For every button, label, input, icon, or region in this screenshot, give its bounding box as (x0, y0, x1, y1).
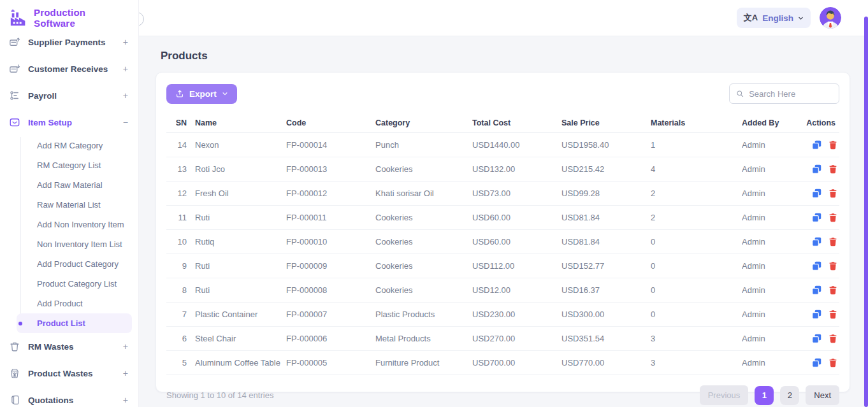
language-selector[interactable]: 文A English (737, 8, 811, 28)
page-number-button[interactable]: 1 (755, 386, 774, 405)
sidebar-subitem[interactable]: Non Inventory Item List (17, 234, 132, 254)
sidebar-subitem-label: Add Raw Material (37, 180, 103, 190)
cell-actions (806, 157, 839, 181)
sidebar-subitem[interactable]: Product List (17, 313, 132, 333)
copy-icon[interactable] (811, 261, 822, 271)
cell-added-by: Admin (742, 279, 806, 301)
copy-icon[interactable] (811, 164, 822, 175)
delete-icon[interactable] (828, 285, 838, 296)
cell-sale-price: USD300.00 (561, 303, 651, 325)
cell-name: Nexon (187, 134, 286, 156)
export-button[interactable]: Export (166, 84, 237, 104)
page-number-button[interactable]: 2 (780, 386, 799, 405)
sidebar-subitem[interactable]: Add RM Category (17, 136, 132, 155)
cell-total-cost: USD12.00 (472, 279, 561, 301)
cell-total-cost: USD1440.00 (472, 134, 561, 156)
cell-materials: 1 (651, 134, 742, 156)
column-header-category: Category (375, 113, 472, 132)
cell-sale-price: USD16.37 (561, 279, 651, 301)
item-setup-icon (9, 117, 20, 128)
sidebar-subitem-label: Add Non Inventory Item (37, 220, 124, 229)
copy-icon[interactable] (811, 212, 822, 223)
sidebar-subitem[interactable]: Add Product Category (17, 254, 132, 274)
sidebar-item-product-wastes[interactable]: Product Wastes + (0, 360, 138, 387)
delete-icon[interactable] (828, 333, 838, 344)
cell-sn: 10 (166, 231, 187, 253)
table-row: 13 Roti Jco FP-000013 Cookeries USD132.0… (166, 157, 839, 182)
cell-actions (806, 303, 839, 326)
search-input[interactable] (749, 89, 832, 99)
vertical-scrollbar[interactable] (864, 17, 868, 407)
table-row: 14 Nexon FP-000014 Punch USD1440.00 USD1… (166, 133, 839, 157)
column-header-added-by: Added By (742, 113, 806, 132)
table-body: 14 Nexon FP-000014 Punch USD1440.00 USD1… (166, 133, 839, 375)
next-page-button[interactable]: Next (806, 385, 839, 405)
expand-plus-icon: + (123, 37, 128, 47)
copy-icon[interactable] (811, 357, 822, 368)
cell-code: FP-000006 (286, 327, 375, 350)
cell-added-by: Admin (742, 255, 806, 277)
table-toolbar: Export (166, 82, 839, 106)
rm-wastes-icon (9, 341, 20, 352)
cell-sn: 9 (166, 255, 187, 277)
copy-icon[interactable] (811, 188, 822, 199)
sidebar-item-item-setup[interactable]: Item Setup − (0, 109, 138, 136)
copy-icon[interactable] (811, 309, 822, 320)
sidebar-subitem[interactable]: RM Category List (17, 155, 132, 175)
sidebar-subitem-label: Add Product Category (37, 259, 119, 269)
delete-icon[interactable] (828, 357, 838, 368)
delete-icon[interactable] (828, 139, 838, 150)
cell-total-cost: USD112.00 (472, 255, 561, 277)
cell-total-cost: USD60.00 (472, 206, 561, 229)
cell-category: Plastic Products (375, 303, 472, 325)
copy-icon[interactable] (811, 285, 822, 296)
cell-code: FP-000005 (286, 352, 375, 374)
table-row: 11 Ruti FP-000011 Cookeries USD60.00 USD… (166, 206, 839, 230)
sidebar-nav: Supplier Payments + Customer Receives + … (0, 29, 138, 407)
delete-icon[interactable] (828, 236, 838, 247)
cell-code: FP-000010 (286, 231, 375, 253)
cell-category: Cookeries (375, 279, 472, 301)
cell-sn: 7 (166, 303, 187, 325)
sidebar-item-payroll[interactable]: Payroll + (0, 82, 138, 109)
table-row: 5 Aluminum Coffee Table FP-000005 Furnit… (166, 351, 839, 375)
delete-icon[interactable] (828, 188, 838, 199)
delete-icon[interactable] (828, 212, 838, 223)
column-header-total-cost: Total Cost (472, 113, 561, 132)
page-title: Products (161, 50, 868, 62)
sidebar-subitem[interactable]: Raw Material List (17, 195, 132, 215)
sidebar-subitem-label: RM Category List (37, 161, 101, 170)
showing-entries-text: Showing 1 to 10 of 14 entries (166, 390, 273, 400)
copy-icon[interactable] (811, 139, 822, 150)
column-header-materials: Materials (651, 113, 742, 132)
sidebar-item-customer-receives[interactable]: Customer Receives + (0, 55, 138, 82)
sidebar-subitem[interactable]: Add Raw Material (17, 175, 132, 195)
user-avatar[interactable] (820, 7, 841, 29)
cell-added-by: Admin (742, 231, 806, 253)
table-row: 8 Ruti FP-000008 Cookeries USD12.00 USD1… (166, 278, 839, 303)
cell-name: Roti Jco (187, 158, 286, 180)
cell-sn: 6 (166, 327, 187, 350)
delete-icon[interactable] (828, 309, 838, 320)
cell-total-cost: USD132.00 (472, 158, 561, 180)
sidebar-subitem[interactable]: Product Category List (17, 274, 132, 294)
cell-actions (806, 182, 839, 205)
delete-icon[interactable] (828, 261, 838, 271)
sidebar-item-supplier-payments[interactable]: Supplier Payments + (0, 29, 138, 55)
sidebar-item-quotations[interactable]: Quotations + (0, 387, 138, 407)
cell-materials: 0 (651, 303, 742, 325)
supplier-payments-icon (9, 36, 20, 48)
cell-materials: 0 (651, 279, 742, 301)
cell-total-cost: USD270.00 (472, 327, 561, 350)
column-header-sn: SN (166, 113, 187, 132)
column-header-sale-price: Sale Price (561, 113, 651, 132)
sidebar-subitem[interactable]: Add Product (17, 294, 132, 313)
cell-name: Ruti (187, 206, 286, 229)
copy-icon[interactable] (811, 333, 822, 344)
sidebar-item-rm-wastes[interactable]: RM Wastes + (0, 333, 138, 360)
previous-page-button[interactable]: Previous (700, 385, 749, 405)
copy-icon[interactable] (811, 236, 822, 247)
app-window: Production Software Supplier Payments + … (0, 0, 868, 407)
delete-icon[interactable] (828, 164, 838, 175)
sidebar-subitem[interactable]: Add Non Inventory Item (17, 215, 132, 234)
